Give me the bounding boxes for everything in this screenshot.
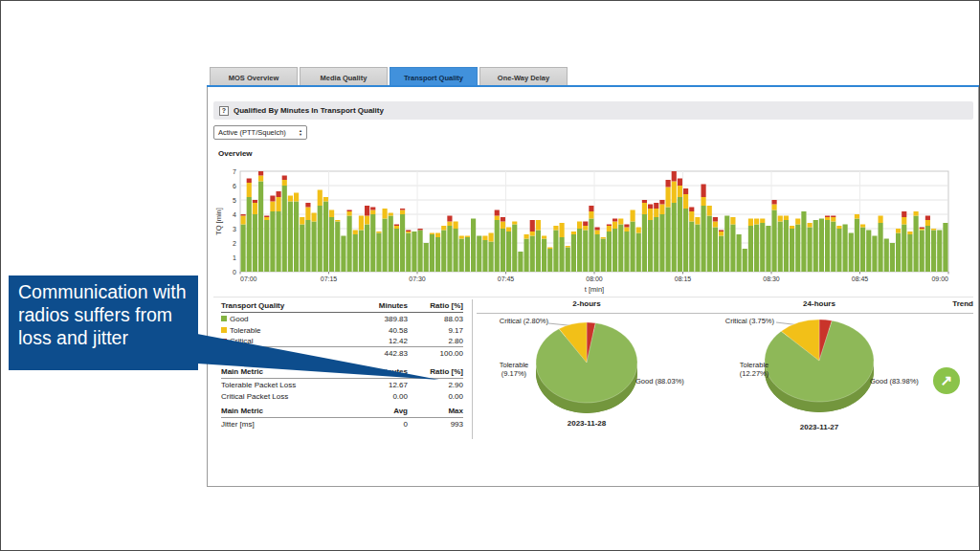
help-icon[interactable]: ? [219,106,229,116]
svg-text:5: 5 [233,197,236,204]
table-row-total: 442.83 100.00 [221,347,463,359]
table-header-row: Transport Quality Minutes Ratio [%] [221,299,463,313]
pie2-title: 24-hours [709,299,929,308]
svg-text:07:30: 07:30 [409,276,426,282]
tab-bar: MOS Overview Media Quality Transport Qua… [210,67,568,87]
col-ratio: Ratio [%] [408,301,463,310]
trend-column-title: Trend [920,299,973,308]
tab-media-quality[interactable]: Media Quality [300,67,388,87]
pie2-tolerable-label: Tolerable (12.27%) [721,362,788,378]
table-row-critical-packet-loss: Critical Packet Loss 0.00 0.00 [221,390,463,402]
section-divider [213,297,973,298]
main-metric-header-1: Main Metric Minutes Ratio [%] [221,365,463,379]
good-swatch-icon [221,316,227,321]
svg-text:3: 3 [233,226,236,232]
overview-chart-title: Overview [218,149,253,158]
svg-text:08:45: 08:45 [852,276,869,282]
pie1-critical-label: Critical (2.80%) [479,318,548,326]
svg-text:07:45: 07:45 [498,276,515,282]
svg-text:6: 6 [233,183,236,189]
svg-text:0: 0 [233,269,236,276]
tq-bar-chart: 0123456707:0007:1507:3007:4508:0008:1508… [213,164,973,299]
svg-text:2: 2 [233,240,236,247]
pie2-critical-label: Critical (3.75%) [711,318,774,326]
tolerable-swatch-icon [221,327,227,333]
section-title: Qualified By Minutes In Transport Qualit… [234,106,384,115]
svg-text:08:15: 08:15 [675,276,692,282]
pie2-good-label: Good (83.98%) [870,378,919,386]
tab-mos-overview[interactable]: MOS Overview [210,67,298,87]
pie-header-underline [477,313,973,314]
dropdown-arrows-icon: ▲▼ [299,129,302,137]
callout-annotation: Communication with radios suffers from l… [9,276,198,370]
table-row-tolerable-packet-loss: Tolerable Packet Loss 12.67 2.90 [221,379,463,390]
table-pie-divider [472,299,473,439]
col-transport-quality: Transport Quality [221,301,358,310]
pie1-title: 2-hours [477,299,697,308]
svg-text:09:00: 09:00 [931,276,948,282]
table-row-good: Good 389.83 88.03 [221,313,463,324]
tq-bar-chart-svg: 0123456707:0007:1507:3007:4508:0008:1508… [213,164,973,296]
svg-text:08:30: 08:30 [763,276,780,282]
svg-text:08:00: 08:00 [586,276,603,282]
pie1-tolerable-label: Tolerable (9.17%) [484,362,544,378]
pie1-date: 2023-11-28 [477,419,697,428]
transport-quality-table: Transport Quality Minutes Ratio [%] Good… [221,299,463,430]
qualifier-dropdown[interactable]: Active (PTT/Squelch) ▲▼ [213,125,307,140]
tab-one-way-delay[interactable]: One-Way Delay [479,67,568,87]
tab-transport-quality[interactable]: Transport Quality [390,67,478,87]
trend-up-icon[interactable]: ↗ [933,367,960,394]
svg-text:TQ [min]: TQ [min] [214,208,223,235]
pie1-good-label: Good (88.03%) [635,378,684,386]
svg-text:4: 4 [233,211,236,218]
critical-swatch-icon [221,339,227,344]
table-row-critical: Critical 12.42 2.80 [221,336,463,347]
pie2-date: 2023-11-27 [709,423,929,431]
col-minutes: Minutes [358,301,408,310]
section-header: ? Qualified By Minutes In Transport Qual… [213,101,973,120]
svg-text:07:15: 07:15 [321,276,338,282]
table-row-tolerable: Tolerable 40.58 9.17 [221,324,463,336]
svg-text:t [min]: t [min] [585,285,604,294]
screenshot-page: MOS Overview Media Quality Transport Qua… [0,0,980,551]
pie1-slices [536,322,637,413]
svg-text:07:00: 07:00 [240,276,257,282]
svg-text:7: 7 [233,168,236,175]
qualifier-dropdown-value: Active (PTT/Squelch) [218,128,286,137]
main-metric-header-2: Main Metric Avg Max [221,405,463,418]
table-row-jitter: Jitter [ms] 0 993 [221,418,463,430]
svg-text:1: 1 [233,254,236,261]
